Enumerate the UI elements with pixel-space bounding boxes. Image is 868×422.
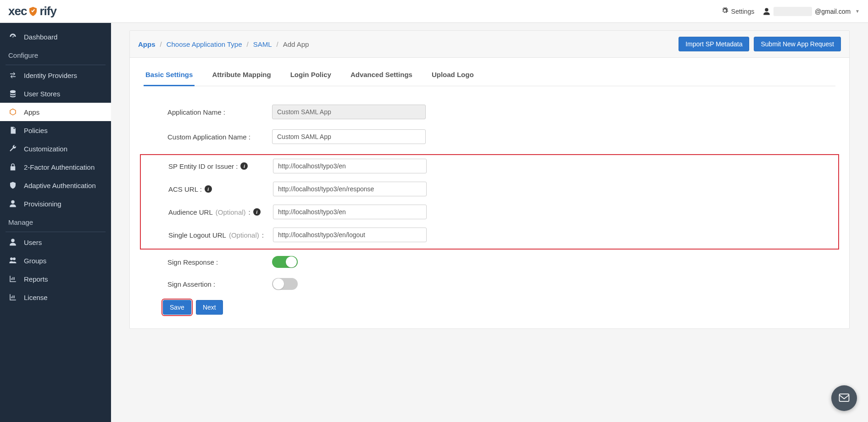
row-custom-app-name: Custom Application Name :	[144, 129, 835, 144]
breadcrumb-sep: /	[160, 40, 162, 48]
sidebar-item-label: Identity Providers	[24, 72, 77, 79]
next-button[interactable]: Next	[196, 300, 223, 315]
sidebar-item-apps[interactable]: Apps	[0, 103, 111, 121]
panel-header: Apps / Choose Application Type / SAML / …	[130, 31, 849, 58]
logo-prefix: xec	[8, 4, 27, 18]
label-audience-url: Audience URL (Optional) : i	[145, 208, 273, 216]
row-slo-url: Single Logout URL (Optional) :	[141, 228, 838, 242]
breadcrumb-sep: /	[277, 40, 278, 48]
logo-suffix: rify	[39, 4, 56, 18]
row-sign-assertion: Sign Assertion :	[144, 278, 835, 290]
file-icon	[8, 126, 17, 134]
sidebar-item-reports[interactable]: Reports	[0, 270, 111, 288]
label-slo-url: Single Logout URL (Optional) :	[145, 231, 273, 239]
sidebar-item-label: Customization	[24, 145, 67, 153]
sidebar-item-label: License	[24, 294, 48, 301]
sidebar-item-label: Policies	[24, 127, 48, 134]
row-audience-url: Audience URL (Optional) : i	[141, 205, 838, 219]
toggle-sign-assertion[interactable]	[272, 278, 298, 290]
exchange-icon	[8, 71, 17, 79]
sidebar-item-2fa[interactable]: 2-Factor Authentication	[0, 158, 111, 176]
toggle-knob	[273, 278, 284, 289]
caret-down-icon: ▼	[855, 9, 860, 14]
settings-link[interactable]: Settings	[721, 7, 755, 16]
logo-shield-icon	[28, 6, 39, 17]
breadcrumb-apps[interactable]: Apps	[138, 40, 156, 48]
user-icon	[8, 200, 17, 208]
label-sign-assertion: Sign Assertion :	[144, 280, 272, 288]
sidebar-item-groups[interactable]: Groups	[0, 251, 111, 270]
sidebar-divider	[6, 65, 106, 65]
tab-advanced-settings[interactable]: Advanced Settings	[349, 66, 414, 86]
user-icon	[8, 238, 17, 246]
sidebar-item-user-stores[interactable]: User Stores	[0, 84, 111, 103]
input-sp-entity-id[interactable]	[273, 159, 427, 173]
row-sign-response: Sign Response :	[144, 256, 835, 268]
submit-new-app-request-button[interactable]: Submit New App Request	[754, 37, 841, 51]
sidebar-item-users[interactable]: Users	[0, 233, 111, 251]
info-icon[interactable]: i	[205, 185, 212, 193]
input-acs-url[interactable]	[273, 182, 427, 196]
breadcrumb-choose-type[interactable]: Choose Application Type	[167, 40, 242, 48]
shield-icon	[8, 181, 17, 189]
panel: Apps / Choose Application Type / SAML / …	[129, 30, 850, 329]
sidebar-item-label: User Stores	[24, 90, 60, 98]
dashboard-icon	[8, 33, 17, 41]
sidebar-item-policies[interactable]: Policies	[0, 121, 111, 139]
wrench-icon	[8, 144, 17, 153]
sidebar: Dashboard Configure Identity Providers U…	[0, 23, 111, 422]
row-application-name: Application Name :	[144, 105, 835, 119]
breadcrumb-saml[interactable]: SAML	[253, 40, 272, 48]
label-application-name: Application Name :	[144, 108, 272, 116]
topbar-right: Settings @gmail.com ▼	[721, 7, 860, 16]
sidebar-section-manage: Manage	[0, 213, 111, 231]
sidebar-item-provisioning[interactable]: Provisioning	[0, 194, 111, 213]
info-icon[interactable]: i	[253, 208, 261, 216]
user-menu[interactable]: @gmail.com ▼	[762, 7, 860, 16]
lock-icon	[8, 163, 17, 171]
sidebar-divider	[6, 232, 106, 232]
input-application-name	[272, 105, 426, 119]
tab-upload-logo[interactable]: Upload Logo	[430, 66, 476, 86]
import-sp-metadata-button[interactable]: Import SP Metadata	[679, 37, 749, 51]
sidebar-item-label: 2-Factor Authentication	[24, 163, 95, 171]
tabs: Basic Settings Attribute Mapping Login P…	[144, 66, 835, 86]
sidebar-item-label: Users	[24, 239, 42, 246]
sidebar-item-label: Groups	[24, 257, 46, 265]
label-acs-url: ACS URL : i	[145, 185, 273, 193]
svg-rect-0	[840, 394, 849, 401]
database-icon	[8, 89, 17, 98]
sidebar-item-identity-providers[interactable]: Identity Providers	[0, 66, 111, 84]
users-icon	[8, 256, 17, 265]
tab-basic-settings[interactable]: Basic Settings	[144, 66, 195, 86]
sidebar-item-license[interactable]: License	[0, 288, 111, 306]
sidebar-item-label: Apps	[24, 108, 39, 116]
tab-login-policy[interactable]: Login Policy	[289, 66, 333, 86]
logo[interactable]: xec rify	[8, 4, 56, 18]
toggle-knob	[286, 256, 297, 267]
input-slo-url[interactable]	[273, 228, 427, 242]
settings-label: Settings	[731, 8, 755, 15]
user-icon	[762, 7, 771, 16]
sidebar-item-label: Dashboard	[24, 33, 57, 41]
user-email-hidden	[773, 7, 812, 16]
mail-icon	[838, 391, 851, 405]
sidebar-item-customization[interactable]: Customization	[0, 139, 111, 158]
save-button[interactable]: Save	[163, 300, 191, 315]
cube-icon	[8, 108, 17, 116]
header-actions: Import SP Metadata Submit New App Reques…	[679, 37, 841, 51]
input-audience-url[interactable]	[273, 205, 427, 219]
sidebar-item-dashboard[interactable]: Dashboard	[0, 28, 111, 46]
tab-attribute-mapping[interactable]: Attribute Mapping	[210, 66, 273, 86]
label-custom-app-name: Custom Application Name :	[144, 133, 272, 141]
highlighted-fields: SP Entity ID or Issuer : i ACS URL : i	[140, 154, 839, 250]
label-sp-entity-id: SP Entity ID or Issuer : i	[145, 162, 273, 170]
chart-icon	[8, 293, 17, 301]
info-icon[interactable]: i	[240, 162, 248, 170]
toggle-sign-response[interactable]	[272, 256, 298, 268]
breadcrumb-current: Add App	[283, 40, 309, 48]
input-custom-app-name[interactable]	[272, 129, 426, 144]
chat-fab[interactable]	[831, 385, 857, 411]
sidebar-item-adaptive-auth[interactable]: Adaptive Authentication	[0, 176, 111, 194]
label-sign-response: Sign Response :	[144, 258, 272, 266]
